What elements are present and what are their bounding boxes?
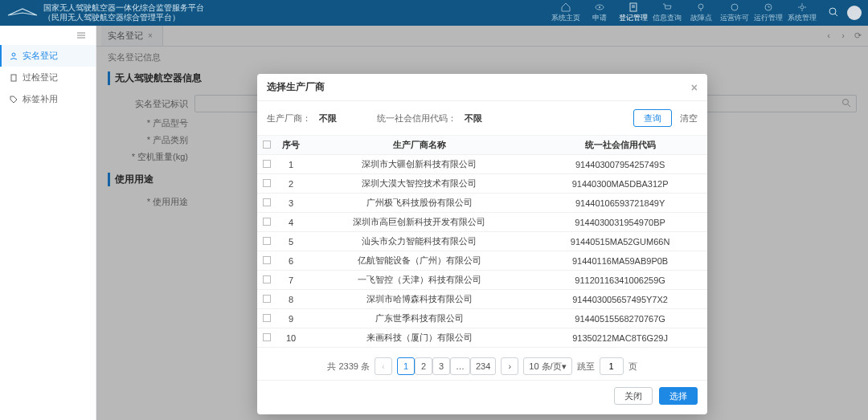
nav-register[interactable]: 登记管理 <box>617 2 649 23</box>
table-row[interactable]: 10来画科技（厦门）有限公司91350212MAC8T6G29J <box>257 328 707 348</box>
cell-code: 91440300MA5DBA312P <box>533 174 707 194</box>
user-icon <box>10 52 18 60</box>
svg-rect-9 <box>11 75 16 81</box>
table-row[interactable]: 6亿航智能设备（广州）有限公司91440116MA59AB9P0B <box>257 251 707 271</box>
eye-icon <box>595 2 604 12</box>
cell-name: 深圳大漠大智控技术有限公司 <box>305 174 533 194</box>
menu-icon <box>76 31 86 39</box>
avatar[interactable] <box>847 6 862 20</box>
top-bar: 国家无人驾驶航空器一体化综合监管服务平台 （民用无人驾驶航空器综合管理平台） 系… <box>0 0 868 26</box>
doc-icon <box>10 74 18 82</box>
sidebar-collapse[interactable] <box>0 26 96 45</box>
col-code: 统一社会信用代码 <box>533 136 707 155</box>
nav-ops[interactable]: 运行管理 <box>752 2 784 23</box>
app-title: 国家无人驾驶航空器一体化综合监管服务平台 （民用无人驾驶航空器综合管理平台） <box>43 3 204 22</box>
modal-mask: 选择生产厂商 × 生产厂商： 不限 统一社会信用代码： 不限 查询 清空 <box>96 26 868 420</box>
search-icon[interactable] <box>828 6 839 19</box>
app-title-line1: 国家无人驾驶航空器一体化综合监管服务平台 <box>43 3 204 13</box>
top-right <box>828 6 862 20</box>
tag-icon <box>10 96 18 104</box>
cell-idx: 4 <box>276 213 305 232</box>
pager-page: … <box>450 357 470 375</box>
cell-idx: 2 <box>276 174 305 194</box>
pager-jump-input[interactable] <box>600 357 624 375</box>
modal-manufacturer: 选择生产厂商 × 生产厂商： 不限 统一社会信用代码： 不限 查询 清空 <box>257 74 707 414</box>
checkbox[interactable] <box>263 179 271 187</box>
svg-point-8 <box>12 53 15 56</box>
table-row[interactable]: 3广州极飞科技股份有限公司91440106593721849Y <box>257 194 707 213</box>
svg-point-4 <box>731 4 738 10</box>
table-row[interactable]: 9广东世季科技有限公司91440515568270767G <box>257 309 707 328</box>
pin-icon <box>696 2 706 12</box>
pager-page[interactable]: 1 <box>397 357 415 375</box>
checkbox[interactable] <box>263 333 271 341</box>
checkbox[interactable] <box>263 275 271 283</box>
manufacturer-table: 序号 生产厂商名称 统一社会信用代码 1深圳市大疆创新科技有限公司9144030… <box>257 136 707 348</box>
close-icon[interactable]: × <box>691 81 698 94</box>
nav-license[interactable]: 运营许可 <box>719 2 751 23</box>
cell-name: 广东世季科技有限公司 <box>305 309 533 328</box>
cell-name: 深圳市高巨创新科技开发有限公司 <box>305 213 533 232</box>
checkbox-all[interactable] <box>263 141 271 149</box>
table-row[interactable]: 4深圳市高巨创新科技开发有限公司9144030031954970BP <box>257 213 707 232</box>
clear-link[interactable]: 清空 <box>680 112 698 124</box>
table-row[interactable]: 5汕头市众力智能科技有限公司91440515MA52GUM66N <box>257 232 707 251</box>
cell-code: 9144030031954970BP <box>533 213 707 232</box>
pager-jump-suffix: 页 <box>628 361 637 373</box>
checkbox[interactable] <box>263 160 271 168</box>
checkbox[interactable] <box>263 256 271 264</box>
checkbox[interactable] <box>263 314 271 322</box>
checkbox[interactable] <box>263 218 271 226</box>
checkbox[interactable] <box>263 295 271 303</box>
modal-filter: 生产厂商： 不限 统一社会信用代码： 不限 查询 清空 <box>257 101 707 136</box>
cell-idx: 5 <box>276 232 305 251</box>
pager-jump-label: 跳至 <box>577 361 595 373</box>
sidebar-item-inspect[interactable]: 过检登记 <box>0 67 96 88</box>
modal-title: 选择生产厂商 <box>267 80 325 94</box>
table-row[interactable]: 1深圳市大疆创新科技有限公司91440300795425749S <box>257 155 707 174</box>
nav-apply[interactable]: 申请 <box>583 2 616 23</box>
sidebar-item-realname[interactable]: 实名登记 <box>0 45 96 67</box>
nav-info[interactable]: 信息查询 <box>651 2 683 23</box>
pager-page[interactable]: 2 <box>415 357 432 375</box>
pager-total: 共 2339 条 <box>327 361 370 373</box>
query-button[interactable]: 查询 <box>633 109 672 127</box>
pager-prev[interactable]: ‹ <box>375 357 392 375</box>
pager-next[interactable]: › <box>501 357 518 375</box>
cell-code: 91440106593721849Y <box>533 194 707 213</box>
cell-code: 91440300795425749S <box>533 155 707 174</box>
col-idx: 序号 <box>276 136 305 155</box>
pager-page[interactable]: 234 <box>470 357 496 375</box>
nav-sys[interactable]: 系统管理 <box>786 2 818 23</box>
svg-point-6 <box>800 6 804 9</box>
cell-name: 广州极飞科技股份有限公司 <box>305 194 533 213</box>
pager-page[interactable]: 3 <box>432 357 450 375</box>
svg-point-1 <box>599 6 600 8</box>
filter-code-value[interactable]: 不限 <box>465 112 482 124</box>
col-name: 生产厂商名称 <box>305 136 533 155</box>
nav-fault[interactable]: 故障点 <box>685 2 717 23</box>
filter-code-label: 统一社会信用代码： <box>377 112 457 124</box>
clock-icon <box>764 2 773 12</box>
checkbox[interactable] <box>263 237 271 245</box>
svg-point-7 <box>829 8 836 14</box>
table-row[interactable]: 7一飞智控（天津）科技有限公司91120116341006259G <box>257 271 707 290</box>
table-row[interactable]: 2深圳大漠大智控技术有限公司91440300MA5DBA312P <box>257 174 707 194</box>
cell-code: 91440515MA52GUM66N <box>533 232 707 251</box>
cell-name: 一飞智控（天津）科技有限公司 <box>305 271 533 290</box>
logo-icon <box>6 7 39 18</box>
cell-idx: 3 <box>276 194 305 213</box>
table-row[interactable]: 8深圳市哈博森科技有限公司914403005657495Y7X2 <box>257 290 707 309</box>
checkbox[interactable] <box>263 198 271 206</box>
cell-idx: 7 <box>276 271 305 290</box>
pager-sizer[interactable]: 10 条/页 ▾ <box>523 357 571 375</box>
nav-home[interactable]: 系统主页 <box>550 2 582 23</box>
filter-mfr-value[interactable]: 不限 <box>319 112 337 124</box>
cell-idx: 10 <box>276 328 305 348</box>
cell-name: 亿航智能设备（广州）有限公司 <box>305 251 533 271</box>
app-title-line2: （民用无人驾驶航空器综合管理平台） <box>43 13 204 22</box>
sidebar-item-label[interactable]: 标签补用 <box>0 88 96 110</box>
cancel-button[interactable]: 关闭 <box>614 387 653 405</box>
cell-idx: 8 <box>276 290 305 309</box>
ok-button[interactable]: 选择 <box>659 387 698 405</box>
